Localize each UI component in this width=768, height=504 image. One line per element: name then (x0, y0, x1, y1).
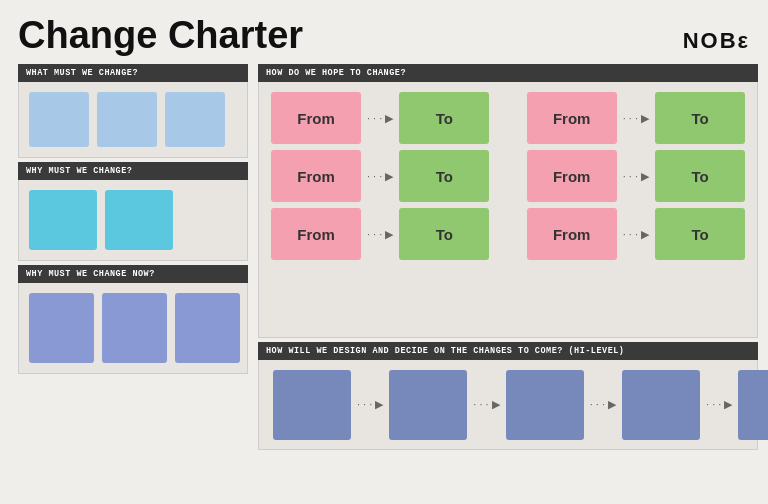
bottom-arrow-2: · · · ▶ (473, 398, 499, 411)
to-sticky-3-2[interactable]: To (655, 208, 745, 260)
arrow-1-2: · · · ▶ (623, 112, 649, 125)
to-sticky-2-2[interactable]: To (655, 150, 745, 202)
why-must-we-change-section: WHY MUST WE CHANGE? (18, 162, 248, 261)
arrow-3-2: · · · ▶ (623, 228, 649, 241)
bottom-sticky-2[interactable] (389, 370, 467, 440)
bottom-sticky-1[interactable] (273, 370, 351, 440)
how-do-we-change-content: From · · · ▶ To From · · · ▶ To From · ·… (258, 82, 758, 338)
bottom-sticky-4[interactable] (622, 370, 700, 440)
why-now-bar: WHY MUST WE CHANGE NOW? (18, 265, 248, 283)
bottom-arrow-1: · · · ▶ (357, 398, 383, 411)
from-sticky-1-2[interactable]: From (527, 92, 617, 144)
from-to-row-1: From · · · ▶ To From · · · ▶ To (271, 92, 745, 144)
from-sticky-1-1[interactable]: From (271, 92, 361, 144)
sticky-note[interactable] (102, 293, 167, 363)
sticky-note[interactable] (97, 92, 157, 147)
how-do-we-change-bar: HOW DO WE HOPE TO CHANGE? (258, 64, 758, 82)
page: Change Charter NOBε WHAT MUST WE CHANGE?… (0, 0, 768, 504)
from-to-row-2: From · · · ▶ To From · · · ▶ To (271, 150, 745, 202)
bottom-sticky-5[interactable] (738, 370, 768, 440)
header: Change Charter NOBε (18, 16, 750, 54)
to-sticky-1-1[interactable]: To (399, 92, 489, 144)
sticky-note[interactable] (29, 190, 97, 250)
bottom-arrow-4: · · · ▶ (706, 398, 732, 411)
from-sticky-3-1[interactable]: From (271, 208, 361, 260)
sticky-note[interactable] (105, 190, 173, 250)
from-sticky-2-1[interactable]: From (271, 150, 361, 202)
page-title: Change Charter (18, 16, 303, 54)
why-must-we-change-bar: WHY MUST WE CHANGE? (18, 162, 248, 180)
sticky-note[interactable] (29, 293, 94, 363)
from-sticky-2-2[interactable]: From (527, 150, 617, 202)
arrow-1-1: · · · ▶ (367, 112, 393, 125)
why-now-content (18, 283, 248, 374)
why-must-we-change-content (18, 180, 248, 261)
how-will-we-design-content: · · · ▶ · · · ▶ · · · ▶ · · · ▶ (258, 360, 758, 450)
to-sticky-2-1[interactable]: To (399, 150, 489, 202)
sticky-note[interactable] (29, 92, 89, 147)
sticky-note[interactable] (175, 293, 240, 363)
arrow-3-1: · · · ▶ (367, 228, 393, 241)
to-sticky-1-2[interactable]: To (655, 92, 745, 144)
how-do-we-change-section: HOW DO WE HOPE TO CHANGE? From · · · ▶ T… (258, 64, 758, 338)
right-panel: HOW DO WE HOPE TO CHANGE? From · · · ▶ T… (258, 64, 758, 484)
from-to-row-3: From · · · ▶ To From · · · ▶ To (271, 208, 745, 260)
how-will-we-design-section: HOW WILL WE DESIGN AND DECIDE ON THE CHA… (258, 342, 758, 450)
bottom-sticky-3[interactable] (506, 370, 584, 440)
arrow-2-1: · · · ▶ (367, 170, 393, 183)
how-will-we-design-bar: HOW WILL WE DESIGN AND DECIDE ON THE CHA… (258, 342, 758, 360)
sticky-note[interactable] (165, 92, 225, 147)
bottom-arrow-3: · · · ▶ (590, 398, 616, 411)
arrow-2-2: · · · ▶ (623, 170, 649, 183)
main-layout: WHAT MUST WE CHANGE? WHY MUST WE CHANGE?… (18, 64, 750, 484)
why-now-section: WHY MUST WE CHANGE NOW? (18, 265, 248, 374)
to-sticky-3-1[interactable]: To (399, 208, 489, 260)
from-sticky-3-2[interactable]: From (527, 208, 617, 260)
left-panel: WHAT MUST WE CHANGE? WHY MUST WE CHANGE?… (18, 64, 248, 484)
what-must-we-change-section: WHAT MUST WE CHANGE? (18, 64, 248, 158)
what-must-we-change-content (18, 82, 248, 158)
logo: NOBε (683, 28, 750, 54)
what-must-we-change-bar: WHAT MUST WE CHANGE? (18, 64, 248, 82)
